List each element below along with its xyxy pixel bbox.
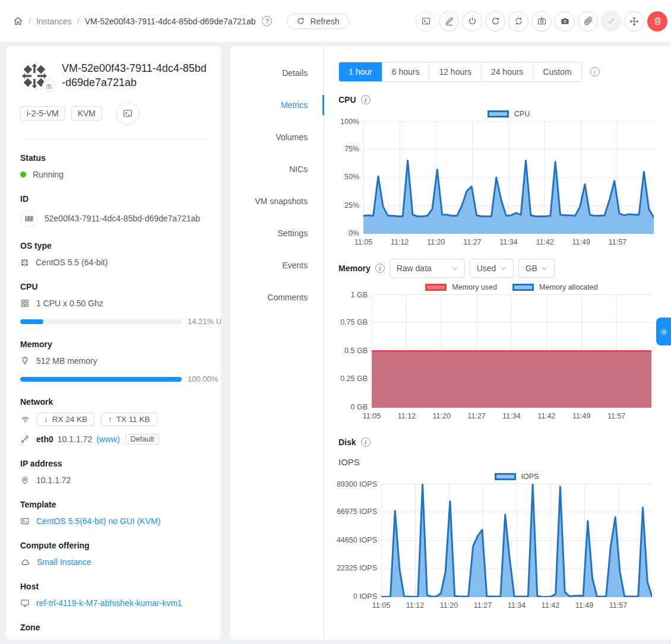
edit-button[interactable] — [439, 11, 459, 31]
camera-clock-icon — [560, 16, 570, 26]
memory-chart-title: Memory — [338, 264, 371, 273]
legend-item[interactable]: Memory allocated — [512, 283, 598, 291]
view-console-button[interactable] — [116, 102, 139, 125]
range-6-hours[interactable]: 6 hours — [382, 62, 429, 81]
chevron-down-icon — [501, 267, 507, 270]
reboot-button[interactable] — [485, 11, 505, 31]
x-axis-tick-label: 11:57 — [609, 601, 627, 610]
x-axis-tick-label: 11:20 — [440, 601, 458, 610]
globe-icon — [20, 639, 30, 640]
tab-volumes[interactable]: Volumes — [230, 125, 323, 149]
x-axis-tick-label: 11:42 — [537, 412, 555, 420]
memory-mode-select[interactable]: Raw data — [390, 259, 465, 278]
legend-item[interactable]: Memory used — [425, 283, 497, 291]
x-axis-tick-label: 11:49 — [575, 601, 593, 610]
bulb-icon — [20, 356, 30, 366]
tab-details[interactable]: Details — [230, 61, 323, 85]
nic-network-link[interactable]: (www) — [96, 434, 120, 444]
memory-chart-x-axis: 11:0511:1211:2011:2711:3411:4211:4911:57 — [338, 408, 651, 423]
disk-iops-sublabel: IOPS — [338, 457, 671, 467]
tab-events[interactable]: Events — [230, 253, 323, 277]
terminal-icon — [421, 16, 431, 26]
zone-link[interactable]: ref-trl-4119-k-M7-abhishek-kumar — [36, 639, 159, 640]
range-1-hour[interactable]: 1 hour — [339, 62, 382, 81]
wifi-icon — [20, 414, 30, 424]
template-label: Template — [20, 500, 207, 509]
memory-unit-select[interactable]: GB — [518, 259, 555, 278]
y-axis-tick-label: 0.75 GB — [340, 318, 368, 326]
x-axis-tick-label: 11:27 — [463, 238, 481, 246]
host-link[interactable]: ref-trl-4119-k-M7-abhishek-kumar-kvm1 — [36, 598, 182, 608]
x-axis-tick-label: 11:27 — [467, 412, 485, 420]
gear-icon — [659, 327, 669, 337]
home-icon[interactable] — [13, 16, 23, 26]
info-circle-icon[interactable]: i — [361, 437, 371, 447]
legend-label: IOPS — [521, 472, 539, 481]
range-24-hours[interactable]: 24 hours — [481, 62, 533, 81]
template-link[interactable]: CentOS 5.5(64-bit) no GUI (KVM) — [36, 516, 160, 526]
status-running-dot — [20, 172, 26, 177]
cpu-used-label: 14.21% Used — [188, 317, 221, 326]
cpu-chart-legend: CPU — [338, 110, 654, 118]
x-axis-tick-label: 11:34 — [508, 601, 526, 610]
reload-icon — [296, 17, 305, 26]
reinstall-button[interactable] — [508, 11, 528, 31]
host-label: Host — [20, 582, 207, 591]
x-axis-tick-label: 11:12 — [406, 601, 424, 610]
attach-iso-button[interactable] — [578, 11, 598, 31]
chevron-down-icon — [452, 267, 458, 270]
info-circle-icon[interactable]: i — [590, 67, 600, 77]
compute-offering-link[interactable]: Small Instance — [37, 557, 91, 567]
legend-swatch — [512, 284, 534, 291]
breadcrumb-instances[interactable]: Instances — [36, 17, 72, 26]
y-axis-tick-label: 100% — [340, 118, 359, 126]
vm-id-value: 52e00f43-7911-4dc4-85bd-d69de7a721ab — [45, 214, 200, 223]
api-link-icon — [20, 434, 30, 444]
info-circle-icon[interactable]: i — [375, 264, 385, 273]
legend-item[interactable]: IOPS — [495, 472, 539, 481]
refresh-button[interactable]: Refresh — [287, 14, 349, 29]
tab-metrics[interactable]: Metrics — [230, 93, 323, 117]
info-circle-icon[interactable]: i — [361, 95, 371, 104]
compute-offering-label: Compute offering — [20, 541, 207, 550]
tab-settings[interactable]: Settings — [230, 221, 323, 245]
x-axis-tick-label: 11:20 — [427, 238, 445, 246]
take-snapshot-button[interactable] — [531, 11, 552, 31]
legend-item[interactable]: CPU — [488, 110, 530, 118]
range-12-hours[interactable]: 12 hours — [429, 62, 480, 81]
migrate-button[interactable] — [624, 11, 644, 31]
metrics-panel: 1 hour 6 hours 12 hours 24 hours Custom … — [324, 46, 671, 640]
scale-vm-button[interactable] — [601, 11, 621, 31]
page-content: VM-52e00f43-7911-4dc4-85bd-d69de7a721ab … — [0, 42, 671, 640]
tab-nics[interactable]: NICs — [230, 157, 323, 181]
disk-chart: 0 IOPS22325 IOPS44650 IOPS66975 IOPS8930… — [338, 484, 652, 597]
x-axis-tick-label: 11:34 — [499, 238, 517, 246]
terminal-icon — [122, 108, 133, 119]
x-axis-tick-label: 11:05 — [372, 601, 390, 610]
memory-metric-select[interactable]: Used — [470, 259, 514, 278]
tab-vm-snapshots[interactable]: VM snapshots — [230, 189, 323, 213]
ip-address-label: IP address — [20, 459, 207, 468]
range-custom[interactable]: Custom — [533, 62, 581, 81]
legend-label: Memory used — [452, 283, 497, 291]
power-icon — [467, 16, 477, 26]
divider — [20, 139, 207, 139]
destroy-button[interactable] — [647, 11, 667, 31]
action-toolbar — [416, 11, 667, 31]
tx-stat-pill: ↑TX 11 KB — [101, 413, 157, 426]
stop-instance-button[interactable] — [462, 11, 482, 31]
console-button[interactable] — [416, 11, 436, 31]
change-icon-camera-badge[interactable] — [42, 80, 55, 93]
reload-icon — [490, 16, 501, 26]
question-circle-icon[interactable]: ? — [262, 16, 272, 26]
project-settings-fab[interactable] — [656, 318, 671, 345]
cpu-label: CPU — [20, 282, 207, 291]
disk-chart-legend: IOPS — [338, 472, 652, 481]
tab-comments[interactable]: Comments — [230, 285, 323, 309]
legend-swatch — [495, 473, 516, 480]
y-axis-tick-label: 25% — [344, 201, 359, 210]
legend-swatch — [425, 284, 447, 291]
y-axis-tick-label: 75% — [344, 145, 359, 153]
recurring-snapshot-button[interactable] — [555, 11, 575, 31]
nic-name: eth0 — [36, 434, 53, 444]
